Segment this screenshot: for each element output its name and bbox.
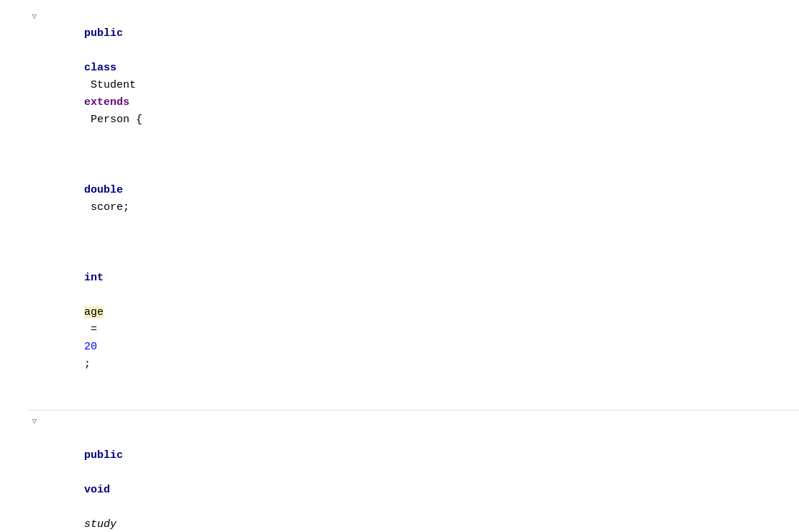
line-content-2: double score;	[40, 147, 799, 234]
number-20: 20	[84, 341, 97, 353]
fold-icon-5[interactable]: ▽	[32, 416, 37, 426]
keyword-double: double	[84, 184, 123, 196]
var-age-highlight: age	[84, 306, 104, 318]
line-content-3: int age = 20 ;	[40, 235, 799, 390]
keyword-public-2: public	[84, 449, 123, 462]
gutter-5: ▽	[0, 416, 40, 426]
gutter-1: ▽	[0, 12, 40, 21]
keyword-class: class	[84, 62, 117, 74]
fold-icon-1[interactable]: ▽	[32, 12, 37, 21]
code-line-3: int age = 20 ;	[0, 234, 799, 391]
divider-1	[29, 410, 799, 411]
method-study: study	[84, 518, 117, 531]
line-content-5: public void study (){	[40, 413, 799, 532]
keyword-int: int	[84, 272, 104, 284]
keyword-extends: extends	[84, 96, 129, 109]
code-editor: ▽ public class Student extends Person { …	[0, 0, 799, 532]
code-line-2: double score;	[0, 147, 799, 234]
keyword-void: void	[84, 484, 110, 496]
line-content-1: public class Student extends Person {	[40, 8, 799, 146]
code-line-4	[0, 391, 799, 408]
keyword-public: public	[84, 27, 123, 40]
code-line-5: ▽ public void study (){	[0, 412, 799, 532]
code-line-1: ▽ public class Student extends Person {	[0, 7, 799, 147]
